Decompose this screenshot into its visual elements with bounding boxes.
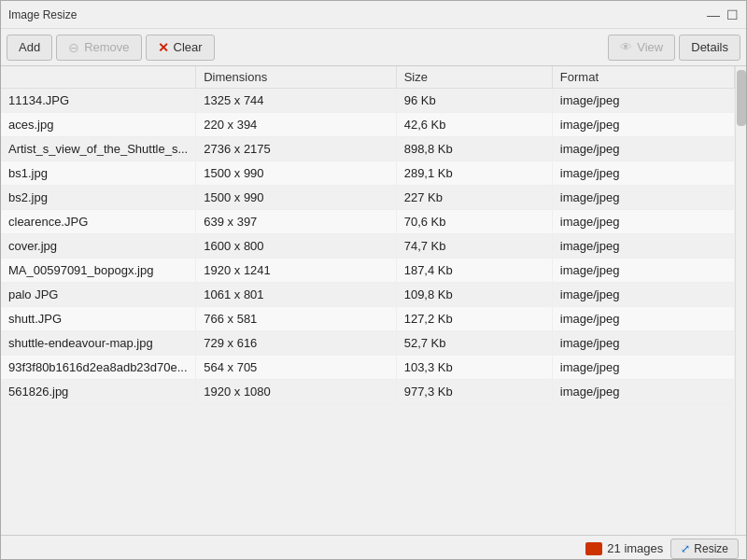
cell-name: bs2.jpg [1,186,196,210]
remove-label: Remove [84,40,129,54]
image-count: 21 images [607,541,663,555]
scrollbar-thumb[interactable] [737,70,746,126]
table-header: Dimensions Size Format [1,66,735,89]
toolbar: Add ⊖ Remove ✕ Clear 👁 View Details [1,29,746,66]
cell-dimensions: 564 x 705 [196,356,396,380]
cell-format: image/jpeg [552,356,734,380]
table-body: 11134.JPG 1325 x 744 96 Kb image/jpeg ac… [1,89,735,404]
cell-dimensions: 766 x 581 [196,307,396,331]
cell-size: 109,8 Kb [396,283,552,307]
cell-format: image/jpeg [552,259,734,283]
cell-dimensions: 1920 x 1241 [196,259,396,283]
title-bar-controls: — ☐ [707,8,739,21]
resize-label: Resize [694,542,728,555]
table-row[interactable]: palo JPG 1061 x 801 109,8 Kb image/jpeg [1,283,735,307]
cell-name: 561826.jpg [1,380,196,404]
cell-format: image/jpeg [552,186,734,210]
cell-dimensions: 2736 x 2175 [196,137,396,161]
table-row[interactable]: bs1.jpg 1500 x 990 289,1 Kb image/jpeg [1,161,735,186]
resize-button[interactable]: ⤢ Resize [670,539,739,559]
cell-format: image/jpeg [552,234,734,259]
table-row[interactable]: Artist_s_view_of_the_Shuttle_s... 2736 x… [1,137,735,161]
table-row[interactable]: cover.jpg 1600 x 800 74,7 Kb image/jpeg [1,234,735,259]
cell-dimensions: 1325 x 744 [196,89,396,113]
table-row[interactable]: shutt.JPG 766 x 581 127,2 Kb image/jpeg [1,307,735,331]
remove-button[interactable]: ⊖ Remove [56,35,141,61]
toolbar-right: 👁 View Details [608,35,740,61]
file-list[interactable]: Dimensions Size Format 11134.JPG 1325 x … [1,66,735,535]
table-row[interactable]: 93f3f80b1616d2ea8adb23d70e... 564 x 705 … [1,356,735,380]
cell-format: image/jpeg [552,113,734,137]
cell-format: image/jpeg [552,89,734,113]
cell-dimensions: 729 x 616 [196,331,396,356]
cell-dimensions: 1500 x 990 [196,161,396,186]
file-table: Dimensions Size Format 11134.JPG 1325 x … [1,66,735,404]
cell-size: 103,3 Kb [396,356,552,380]
cell-name: palo JPG [1,283,196,307]
cell-size: 127,2 Kb [396,307,552,331]
remove-icon: ⊖ [68,40,79,55]
maximize-button[interactable]: ☐ [726,8,739,21]
content-area: Dimensions Size Format 11134.JPG 1325 x … [1,66,746,535]
col-size: Size [396,66,552,89]
table-row[interactable]: aces.jpg 220 x 394 42,6 Kb image/jpeg [1,113,735,137]
table-row[interactable]: bs2.jpg 1500 x 990 227 Kb image/jpeg [1,186,735,210]
cell-name: Artist_s_view_of_the_Shuttle_s... [1,137,196,161]
details-label: Details [691,40,728,54]
cell-dimensions: 1600 x 800 [196,234,396,259]
cell-format: image/jpeg [552,307,734,331]
cell-name: clearence.JPG [1,210,196,234]
cell-dimensions: 639 x 397 [196,210,396,234]
clear-label: Clear [174,40,203,54]
col-format: Format [552,66,734,89]
clear-button[interactable]: ✕ Clear [146,35,215,61]
cell-name: 93f3f80b1616d2ea8adb23d70e... [1,356,196,380]
cell-format: image/jpeg [552,331,734,356]
cell-name: MA_00597091_bopogx.jpg [1,259,196,283]
view-button[interactable]: 👁 View [608,35,675,61]
title-bar: Image Resize — ☐ [1,1,746,29]
cell-size: 42,6 Kb [396,113,552,137]
cell-dimensions: 220 x 394 [196,113,396,137]
add-button[interactable]: Add [7,35,52,61]
cell-name: aces.jpg [1,113,196,137]
cell-size: 96 Kb [396,89,552,113]
cell-size: 70,6 Kb [396,210,552,234]
table-row[interactable]: 11134.JPG 1325 x 744 96 Kb image/jpeg [1,89,735,113]
details-button[interactable]: Details [679,35,740,61]
cell-format: image/jpeg [552,137,734,161]
cell-dimensions: 1920 x 1080 [196,380,396,404]
cell-size: 227 Kb [396,186,552,210]
cell-format: image/jpeg [552,283,734,307]
view-label: View [637,40,663,54]
cell-name: shuttle-endeavour-map.jpg [1,331,196,356]
cell-name: cover.jpg [1,234,196,259]
cell-name: 11134.JPG [1,89,196,113]
cell-size: 187,4 Kb [396,259,552,283]
image-count-area: 21 images [585,541,663,555]
view-icon: 👁 [620,40,632,54]
table-row[interactable]: MA_00597091_bopogx.jpg 1920 x 1241 187,4… [1,259,735,283]
cell-format: image/jpeg [552,210,734,234]
image-icon [585,542,602,555]
cell-dimensions: 1500 x 990 [196,186,396,210]
scrollbar[interactable] [735,66,746,535]
cell-name: shutt.JPG [1,307,196,331]
cell-format: image/jpeg [552,380,734,404]
cell-size: 74,7 Kb [396,234,552,259]
cell-size: 977,3 Kb [396,380,552,404]
table-row[interactable]: clearence.JPG 639 x 397 70,6 Kb image/jp… [1,210,735,234]
minimize-button[interactable]: — [707,8,720,21]
cell-name: bs1.jpg [1,161,196,186]
col-dimensions: Dimensions [196,66,396,89]
cell-size: 289,1 Kb [396,161,552,186]
app-title: Image Resize [8,8,77,21]
cell-size: 52,7 Kb [396,331,552,356]
col-name [1,66,196,89]
table-row[interactable]: shuttle-endeavour-map.jpg 729 x 616 52,7… [1,331,735,356]
resize-icon: ⤢ [681,542,690,555]
clear-icon: ✕ [158,40,169,55]
status-bar: 21 images ⤢ Resize [1,535,746,560]
cell-size: 898,8 Kb [396,137,552,161]
table-row[interactable]: 561826.jpg 1920 x 1080 977,3 Kb image/jp… [1,380,735,404]
